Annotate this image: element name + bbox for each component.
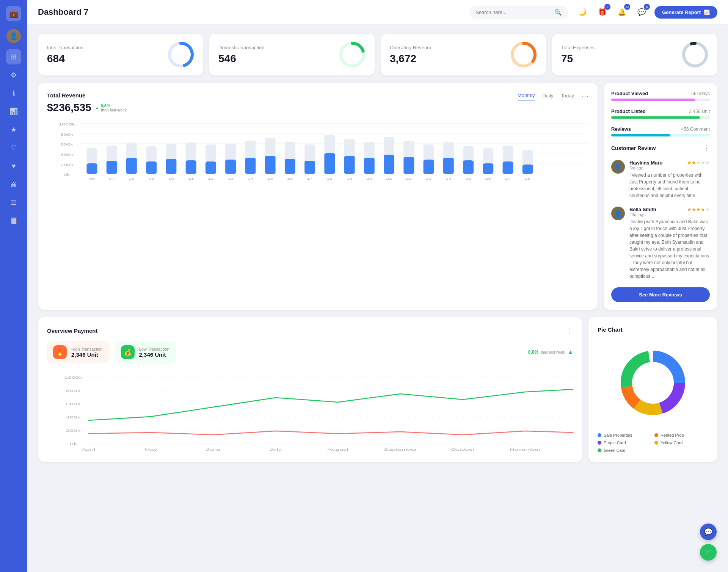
sidebar-item-settings[interactable]: ⚙	[6, 67, 21, 83]
main-content: Dashboard 7 🔍 🌙 🎁 2 🔔 12 💬 5 Generate Re…	[27, 0, 728, 572]
product-listed-value: 3,456 Unit	[689, 109, 710, 114]
reviews-value: 456 Comment	[681, 127, 710, 132]
svg-text:12: 12	[208, 177, 213, 180]
svg-rect-75	[443, 158, 454, 174]
svg-rect-72	[424, 160, 434, 174]
review-item-2: 👤 Bella Smith ★★★★★ 20m ago Dealing with…	[611, 207, 710, 280]
revenue-more-menu[interactable]: ⋯	[582, 92, 588, 100]
product-listed-bar	[611, 116, 710, 119]
svg-text:27: 27	[505, 177, 511, 180]
svg-text:200k: 200k	[60, 163, 74, 167]
revenue-bar-chart: 1000k 800k 600k 400k 200k 0k	[47, 120, 588, 188]
svg-rect-21	[86, 163, 97, 174]
high-transaction-label: High Transaction	[71, 347, 103, 351]
svg-text:October: October	[451, 448, 475, 451]
svg-text:16: 16	[287, 177, 293, 180]
sidebar-item-star[interactable]: ★	[6, 122, 21, 137]
sidebar-item-fav[interactable]: ♥	[6, 158, 21, 174]
svg-rect-36	[186, 160, 196, 174]
search-input[interactable]	[475, 9, 551, 15]
legend-purple-card: Purple Card	[598, 440, 651, 445]
app-logo: 💼	[6, 6, 21, 21]
sidebar-item-print[interactable]: 🖨	[6, 177, 21, 192]
review-header: Customer Review ⋮	[611, 144, 710, 152]
reviewer-time-1: 5m ago	[629, 166, 710, 170]
svg-rect-84	[503, 161, 513, 174]
stats-row: Inter. transaction 684 Domestic transact…	[38, 34, 717, 75]
sidebar-item-chart[interactable]: 📊	[6, 104, 21, 119]
svg-text:600k: 600k	[60, 143, 74, 147]
cart-button[interactable]: 🛒	[700, 544, 717, 561]
chat-icon-btn[interactable]: 💬 5	[635, 5, 648, 19]
legend-sale-properties: Sale Properties	[598, 433, 651, 437]
sidebar-item-list[interactable]: ☰	[6, 195, 21, 210]
legend-rented-prop: Rented Prop	[654, 433, 708, 437]
svg-text:April: April	[82, 448, 95, 451]
reviewer-stars-2: ★★★★★	[687, 207, 710, 212]
bell-icon-btn[interactable]: 🔔 12	[615, 5, 629, 19]
svg-text:21: 21	[386, 177, 392, 180]
overview-header: Overview Payment ⋮	[47, 326, 573, 335]
svg-text:19: 19	[347, 177, 352, 180]
pie-chart-title: Pie Chart	[598, 326, 708, 333]
svg-text:0k: 0k	[70, 442, 77, 446]
tab-daily[interactable]: Daily	[542, 93, 553, 100]
legend-dot-green	[598, 448, 601, 452]
stat-card-2: Operating Revenue 3,672	[381, 34, 546, 75]
reviewer-avatar-2: 👤	[611, 207, 625, 220]
svg-text:200k: 200k	[66, 429, 81, 433]
tab-today[interactable]: Today	[561, 93, 574, 100]
svg-rect-42	[225, 160, 236, 174]
stat-card-1: Domestic transaction 546	[209, 34, 375, 75]
gift-icon-btn[interactable]: 🎁 2	[595, 5, 609, 19]
product-viewed-value: 561/days	[691, 91, 710, 96]
high-transaction-value: 2,346 Unit	[71, 351, 103, 358]
legend-yellow-card: Yellow Card	[654, 440, 708, 445]
svg-rect-24	[107, 161, 117, 174]
svg-text:07: 07	[109, 177, 115, 180]
svg-rect-30	[146, 161, 157, 174]
svg-rect-51	[285, 159, 295, 174]
svg-text:800k: 800k	[66, 389, 81, 393]
legend-dot-rented	[654, 433, 658, 437]
revenue-amount: $236,535 ▲ 0,8% than last week	[47, 102, 127, 114]
svg-text:1000k: 1000k	[59, 122, 75, 127]
svg-text:11: 11	[188, 177, 194, 180]
sidebar-item-dashboard[interactable]: ⊞	[6, 49, 21, 64]
sidebar-item-info[interactable]: ℹ	[6, 86, 21, 101]
bell-badge: 12	[624, 4, 630, 10]
svg-text:17: 17	[307, 177, 312, 180]
pie-chart-container	[598, 339, 708, 427]
svg-text:22: 22	[406, 177, 412, 180]
dark-mode-toggle[interactable]: 🌙	[576, 5, 589, 19]
pie-legend: Sale Properties Rented Prop Purple Card …	[598, 433, 708, 453]
stat-donut-3	[682, 41, 708, 68]
svg-rect-63	[364, 158, 375, 174]
tab-monthly[interactable]: Monthly	[518, 92, 535, 100]
low-transaction-icon: 💰	[121, 345, 135, 359]
stat-card-0: Inter. transaction 684	[38, 34, 203, 75]
svg-text:18: 18	[327, 177, 333, 180]
search-box[interactable]: 🔍	[469, 6, 568, 19]
svg-text:14: 14	[248, 177, 253, 180]
sidebar-item-doc[interactable]: 📋	[6, 213, 21, 228]
legend-dot-purple	[598, 441, 601, 445]
generate-report-button[interactable]: Generate Report 📈	[654, 6, 717, 19]
overview-more-menu[interactable]: ⋮	[566, 326, 573, 335]
pie-chart-svg	[615, 345, 691, 421]
reviewer-name-2: Bella Smith	[629, 207, 656, 212]
support-button[interactable]: 💬	[700, 523, 717, 540]
svg-rect-69	[403, 157, 414, 174]
sidebar: 💼 👤 ⊞ ⚙ ℹ 📊 ★ ♡ ♥ 🖨 ☰ 📋	[0, 0, 27, 572]
reviews-label: Reviews	[611, 126, 631, 132]
svg-rect-39	[206, 161, 216, 174]
review-more-menu[interactable]: ⋮	[703, 144, 710, 152]
reviews-bar	[611, 134, 710, 136]
high-transaction-icon: 🔥	[53, 345, 67, 359]
sidebar-item-heart[interactable]: ♡	[6, 140, 21, 155]
see-more-reviews-button[interactable]: See More Reviews	[611, 287, 710, 302]
revenue-tabs: Monthly Daily Today ⋯	[518, 92, 588, 100]
revenue-header: Total Revenue $236,535 ▲ 0,8% than last …	[47, 92, 588, 114]
stat-value-1: 546	[218, 53, 264, 65]
user-avatar[interactable]: 👤	[6, 29, 21, 43]
